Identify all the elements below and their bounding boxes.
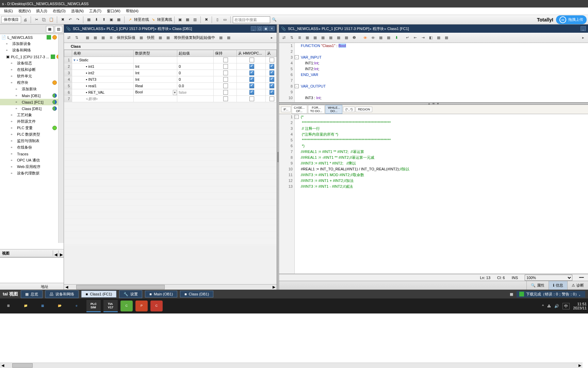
cell-start[interactable]: 0.0 [177, 83, 213, 89]
checkbox[interactable] [249, 77, 254, 82]
cell-name[interactable]: ▾ ▪ Static [72, 57, 134, 63]
fctb6-icon[interactable]: ▦ [320, 34, 326, 41]
cell-start[interactable] [177, 57, 213, 63]
cell-name[interactable]: ▪ real1 [72, 83, 134, 89]
cell-type[interactable]: Int [134, 76, 177, 83]
col-header[interactable]: 数据类型 [134, 50, 177, 57]
go-offline-arrow-icon[interactable]: ➘ [150, 16, 157, 23]
declaration-editor[interactable]: 1FUNCTION "Class1" : Bool23-VAR_INPUT4 I… [279, 43, 588, 103]
cell-last[interactable] [266, 57, 277, 63]
keep-actual-button[interactable]: 保持实际值 [115, 35, 137, 40]
more-icon[interactable]: ▸ [268, 34, 275, 41]
fctb13-icon[interactable]: ↵ [404, 34, 411, 41]
app-files[interactable]: 📂 [52, 300, 67, 312]
cell-start[interactable]: 0 [177, 76, 213, 83]
db-hscroll[interactable]: ◀ ▶ [64, 284, 277, 290]
compile-icon[interactable]: ▦ [85, 16, 92, 23]
fold-toggle[interactable]: - [295, 84, 299, 88]
code-line[interactable]: 10#REAL1 := INT_TO_REAL(#INT1) / INT_TO_… [301, 166, 588, 172]
tree-item[interactable]: ▫Class1 [FC1] [0, 99, 64, 105]
tree-item[interactable]: ▫程序块 [0, 79, 64, 86]
table-row[interactable]: 5▪ real1Real0.0 [64, 83, 277, 89]
cell-start[interactable] [177, 96, 213, 102]
db-variable-table[interactable]: 名称数据类型起始值保持从 HMI/OPC...从 1▾ ▪ Static2▪ i… [64, 50, 277, 102]
db-scroll-left[interactable]: ◀ [64, 285, 69, 289]
bookmark-icon[interactable]: ◧ [427, 34, 434, 41]
crumb-plc[interactable]: PLC_1 [CPU 1517-3 PN/DP] [107, 27, 154, 31]
cell-name[interactable]: ▪ RET_VAL [72, 89, 134, 96]
min-icon[interactable]: _ [251, 26, 256, 31]
tree-item[interactable]: ▫Main [OB1] [0, 92, 64, 99]
restore-icon[interactable]: ▢ [257, 26, 262, 31]
cell-retain[interactable] [213, 57, 236, 63]
menu-window[interactable]: 窗口(W) [104, 9, 123, 14]
tree-item[interactable]: ▫外部源文件 [0, 118, 64, 125]
dv-left[interactable]: ◀ [53, 250, 58, 256]
tb-icon-b[interactable]: ▦ [184, 16, 191, 23]
snippet-chip[interactable]: FOR...TO DO... [308, 105, 325, 114]
upload-icon[interactable]: ⬆ [100, 16, 107, 23]
checkbox[interactable] [223, 64, 228, 69]
open-editor-tile[interactable]: ■Class1 (FC1) [81, 291, 116, 297]
tree-item[interactable]: ▫Class [DB1] [0, 105, 64, 112]
tree-hscroll[interactable]: ◀ ▶ [0, 363, 583, 368]
cell-retain[interactable] [213, 76, 236, 83]
crumb-fc[interactable]: Class1 [FC1] [387, 27, 409, 31]
tree-tb-1[interactable]: ▦ [46, 26, 53, 33]
tree-tb-2[interactable]: ▥ [55, 26, 62, 33]
menu-options[interactable]: 选项(N) [68, 9, 86, 14]
tree-item[interactable]: ▫设备组态 [0, 60, 64, 66]
more-icon[interactable]: ▸ [580, 34, 587, 41]
min-icon[interactable]: _ [581, 26, 586, 31]
code-line[interactable]: 12//#INT3 := #INT1 + #INT2;//加法 [301, 178, 588, 184]
app-explorer[interactable]: 📁 [18, 300, 33, 312]
crumb-blocks[interactable]: 程序块 [158, 26, 169, 31]
cs1-icon[interactable]: ▦ [217, 34, 224, 41]
cell-last[interactable] [266, 63, 277, 70]
delete-icon[interactable]: ✖ [59, 16, 66, 23]
close-icon[interactable]: ✕ [269, 26, 275, 31]
open-editor-tile[interactable]: ■Class (DB1) [180, 291, 213, 297]
save-project-button[interactable]: 保存项目 [1, 16, 21, 23]
project-search-input[interactable] [233, 16, 270, 23]
fctb1-icon[interactable]: ⇄ [280, 34, 287, 41]
zoom-slider-icon[interactable]: ━━ [579, 275, 584, 280]
tree-item[interactable]: ▫OPC UA 通信 [0, 157, 64, 164]
table-row[interactable]: 3▪ int2Int0 [64, 70, 277, 76]
cell-start[interactable]: false [177, 89, 213, 96]
paste-icon[interactable]: 📋 [48, 16, 55, 23]
checkbox[interactable] [223, 77, 228, 82]
open-editor-tile[interactable]: ■Main (OB1) [145, 291, 177, 297]
goto-icon[interactable]: ⬇ [393, 34, 400, 41]
menu-online[interactable]: 在线(O) [50, 9, 68, 14]
cell-retain[interactable] [213, 63, 236, 70]
tray-ime[interactable]: 中 [562, 303, 570, 309]
code-line[interactable]: 9//#INT3 := #INT1 * #INT2; //乘以 [301, 160, 588, 166]
cloud-upload-button[interactable]: ∞ 拖拽上传 [556, 15, 587, 24]
tree-item[interactable]: ▫PLC 数据类型 [0, 131, 64, 138]
tree-item[interactable]: ▫PLC 变量 [0, 125, 64, 131]
crumb-blocks[interactable]: 程序块 [373, 26, 384, 31]
fctb14-icon[interactable]: ▦ [435, 34, 442, 41]
cell-hmi[interactable] [236, 57, 265, 63]
checkbox[interactable] [270, 77, 274, 82]
split-h-icon[interactable]: ▯ [214, 16, 221, 23]
tb1-icon[interactable]: ⇄ [65, 34, 72, 41]
snapshot-button[interactable]: 快照 [146, 35, 156, 40]
cell-name[interactable]: ▪ INT3 [72, 76, 134, 83]
cell-type[interactable]: Bool ▾ [134, 89, 177, 96]
col-header[interactable]: 起始值 [177, 50, 213, 57]
tree-item[interactable]: ▫设备代理数据 [0, 170, 64, 177]
db-scroll-right[interactable]: ▶ [271, 285, 277, 289]
col-header[interactable]: 名称 [72, 50, 134, 57]
cell-type[interactable] [134, 96, 177, 102]
copy-snapshot-button[interactable]: 将快照值复制到起始值中 [173, 35, 216, 40]
col-header[interactable] [64, 50, 72, 57]
cell-hmi[interactable] [236, 96, 265, 102]
checkbox[interactable] [270, 96, 274, 101]
table-row[interactable]: 2▪ int1Int0 [64, 63, 277, 70]
cs2-icon[interactable]: ▦ [225, 34, 232, 41]
tree-item[interactable]: ▫Web 应用程序 [0, 164, 64, 170]
crumb-project[interactable]: SCL_NEWCLASS [288, 27, 318, 31]
checkbox[interactable] [270, 64, 274, 69]
